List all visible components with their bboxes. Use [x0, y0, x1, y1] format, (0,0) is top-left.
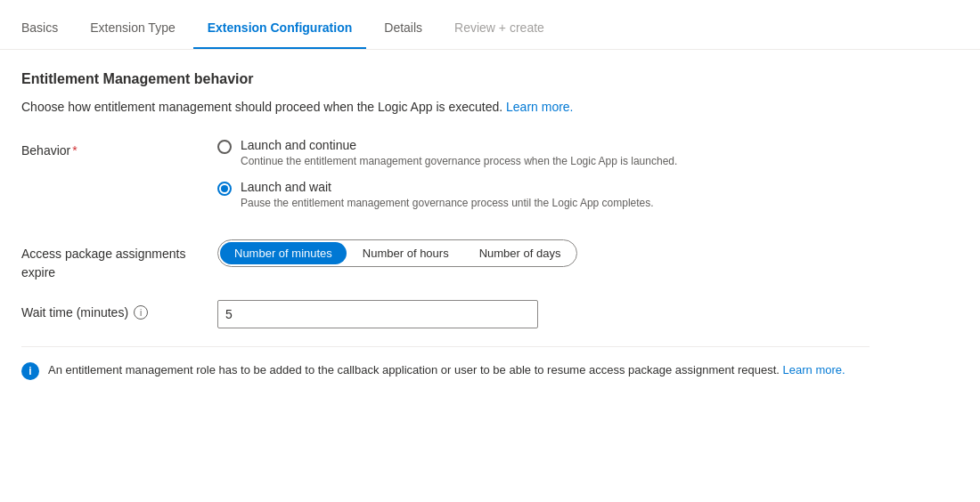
wait-time-input[interactable] [217, 300, 538, 328]
tab-review-create: Review + create [440, 20, 559, 49]
expire-options-group: Number of minutes Number of hours Number… [217, 239, 577, 267]
info-banner-icon: i [21, 362, 39, 380]
expire-pill-group: Number of minutes Number of hours Number… [217, 239, 870, 267]
behavior-options: Launch and continue Continue the entitle… [217, 138, 870, 222]
wait-time-label: Wait time (minutes) i [21, 300, 217, 322]
radio-sublabel-launch-wait: Pause the entitlement management governa… [241, 196, 654, 211]
radio-sublabel-launch-continue: Continue the entitlement management gove… [241, 154, 677, 169]
behavior-label: Behavior* [21, 138, 217, 160]
info-banner-learn-more-link[interactable]: Learn more. [783, 363, 845, 376]
description-text: Choose how entitlement management should… [21, 98, 870, 117]
radio-text-launch-continue: Launch and continue Continue the entitle… [241, 138, 677, 169]
tab-extension-configuration[interactable]: Extension Configuration [193, 20, 367, 49]
wait-time-row: Wait time (minutes) i [21, 300, 870, 328]
required-indicator: * [72, 143, 77, 158]
radio-launch-wait[interactable]: Launch and wait Pause the entitlement ma… [217, 180, 870, 211]
behavior-row: Behavior* Launch and continue Continue t… [21, 138, 870, 222]
section-title: Entitlement Management behavior [21, 71, 870, 87]
radio-input-launch-wait[interactable] [217, 182, 232, 196]
tab-basics[interactable]: Basics [21, 20, 72, 49]
info-banner: i An entitlement management role has to … [21, 346, 870, 394]
main-content: Entitlement Management behavior Choose h… [0, 50, 891, 416]
radio-text-launch-wait: Launch and wait Pause the entitlement ma… [241, 180, 654, 211]
expire-days-btn[interactable]: Number of days [465, 242, 576, 264]
radio-launch-continue[interactable]: Launch and continue Continue the entitle… [217, 138, 870, 169]
tab-extension-type[interactable]: Extension Type [76, 20, 189, 49]
expire-minutes-btn[interactable]: Number of minutes [220, 242, 347, 264]
nav-tabs: Basics Extension Type Extension Configur… [0, 0, 980, 50]
wait-time-input-container [217, 300, 870, 328]
info-icon-letter: i [29, 365, 31, 377]
radio-label-launch-wait: Launch and wait [241, 180, 654, 194]
tab-details[interactable]: Details [370, 20, 437, 49]
expire-row: Access package assignments expire Number… [21, 239, 870, 282]
expire-hours-btn[interactable]: Number of hours [348, 242, 463, 264]
radio-circle-launch-wait [217, 182, 232, 196]
radio-circle-launch-continue [217, 140, 232, 154]
info-banner-text: An entitlement management role has to be… [48, 361, 845, 379]
radio-label-launch-continue: Launch and continue [241, 138, 677, 152]
wait-time-info-icon[interactable]: i [134, 305, 148, 320]
description-learn-more-link[interactable]: Learn more. [506, 100, 573, 114]
radio-input-launch-continue[interactable] [217, 140, 232, 154]
expire-label: Access package assignments expire [21, 239, 217, 282]
